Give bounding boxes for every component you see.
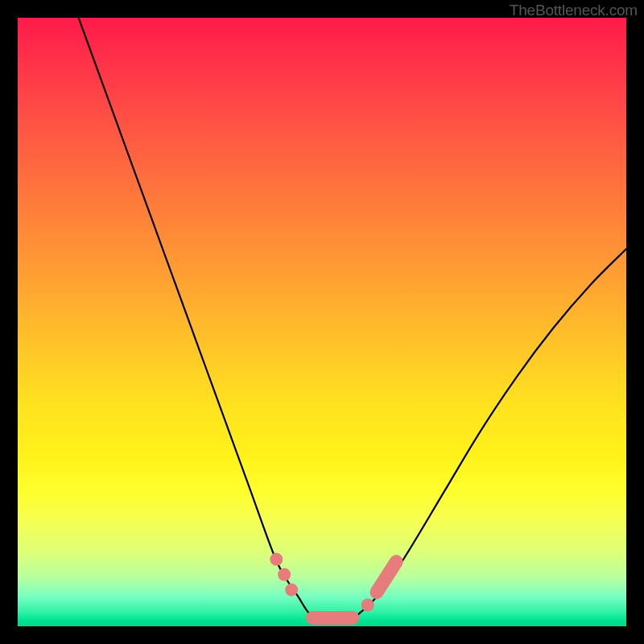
bottleneck-curve <box>79 18 626 621</box>
marker-point <box>270 553 283 566</box>
watermark-label: TheBottleneck.com <box>510 2 638 19</box>
chart-svg <box>18 18 626 626</box>
marker-point <box>278 568 291 581</box>
marker-layer <box>270 553 396 618</box>
marker-capsule <box>377 562 396 592</box>
marker-point <box>285 584 298 597</box>
chart-frame: TheBottleneck.com <box>0 0 644 644</box>
plot-area <box>18 18 626 626</box>
marker-point <box>361 599 374 612</box>
